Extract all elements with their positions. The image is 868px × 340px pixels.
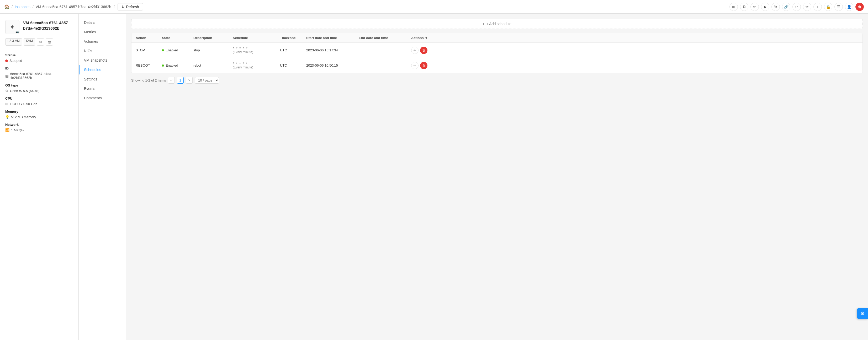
camera-icon[interactable]: 📷 bbox=[16, 30, 19, 33]
row2-schedule: * * * * * (Every minute) bbox=[233, 62, 280, 69]
home-icon[interactable]: 🏠 bbox=[4, 4, 9, 9]
main-content: + + Add schedule Action State Descriptio… bbox=[126, 13, 868, 340]
table-row: REBOOT Enabled rebot * * * * * (Every mi… bbox=[131, 58, 863, 73]
nav-metrics[interactable]: Metrics bbox=[79, 27, 126, 37]
pagination-page-1[interactable]: 1 bbox=[177, 77, 184, 83]
vm-header: ✦ 📷 VM-6eeca5ca-6761-4857-b7da-4e2fd3136… bbox=[5, 20, 73, 34]
toolbar-user-icon[interactable]: 👤 bbox=[845, 3, 853, 11]
row2-state-dot bbox=[162, 65, 164, 67]
row1-action: STOP bbox=[136, 48, 162, 52]
memory-value: 512 MB memory bbox=[11, 115, 36, 119]
network-row: 📶 1 NIC(s) bbox=[5, 128, 73, 132]
row2-action: REBOOT bbox=[136, 63, 162, 67]
toolbar-copy-icon[interactable]: ⧉ bbox=[740, 3, 748, 11]
top-bar: 🏠 / Instances / VM-6eeca5ca-6761-4857-b7… bbox=[0, 0, 868, 13]
toolbar-link-icon[interactable]: 🔗 bbox=[782, 3, 790, 11]
pagination: Showing 1-2 of 2 items < 1 > 10 / page 2… bbox=[131, 77, 863, 83]
filter-icon[interactable]: ▼ bbox=[425, 36, 428, 40]
row1-actions: ✏ 🗑 bbox=[411, 47, 437, 54]
row2-delete-button[interactable]: 🗑 bbox=[420, 62, 428, 69]
row2-start-date: 2023-06-06 10:50:15 bbox=[306, 63, 359, 67]
side-nav: Details Metrics Volumes NICs VM snapshot… bbox=[79, 13, 126, 340]
row1-state: Enabled bbox=[162, 48, 193, 52]
status-section: Status Stopped bbox=[5, 53, 73, 63]
breadcrumb-separator-1: / bbox=[11, 5, 12, 9]
add-schedule-label: + Add schedule bbox=[486, 22, 512, 26]
col-schedule: Schedule bbox=[233, 36, 280, 40]
vm-logo: ✦ 📷 bbox=[5, 20, 20, 34]
toolbar-play-icon[interactable]: ▶ bbox=[761, 3, 769, 11]
settings-fab-icon: ⚙ bbox=[860, 311, 865, 316]
vm-id-breadcrumb: VM-6eeca5ca-6761-4857-b7da-4e2fd313662b bbox=[36, 5, 111, 9]
vm-logo-icon: ✦ bbox=[9, 23, 15, 31]
toolbar-list-icon[interactable]: ☰ bbox=[834, 3, 843, 11]
row1-edit-button[interactable]: ✏ bbox=[411, 47, 418, 54]
wifi-icon: 📶 bbox=[5, 128, 9, 132]
nav-vm-snapshots[interactable]: VM snapshots bbox=[79, 56, 126, 65]
pagination-prev[interactable]: < bbox=[168, 77, 175, 83]
row1-description: stop bbox=[193, 48, 233, 52]
col-start-date: Start date and time bbox=[306, 36, 359, 40]
memory-row: 💡 512 MB memory bbox=[5, 115, 73, 119]
os-row: ⚙ CentOS 5.5 (64-bit) bbox=[5, 89, 73, 93]
nav-nics[interactable]: NICs bbox=[79, 46, 126, 56]
instances-link[interactable]: Instances bbox=[15, 5, 30, 9]
col-description: Description bbox=[193, 36, 233, 40]
cpu-value: 1 CPU x 0.50 Ghz bbox=[10, 102, 37, 106]
add-schedule-button[interactable]: + + Add schedule bbox=[131, 19, 863, 29]
cpu-row: ⊞ 1 CPU x 0.50 Ghz bbox=[5, 102, 73, 106]
cpu-label: CPU bbox=[5, 97, 73, 100]
toolbar-refresh-icon[interactable]: ↻ bbox=[771, 3, 780, 11]
col-timezone: Timezone bbox=[280, 36, 306, 40]
refresh-icon: ↻ bbox=[122, 5, 125, 9]
nav-schedules[interactable]: Schedules bbox=[79, 65, 126, 74]
row1-timezone: UTC bbox=[280, 48, 306, 52]
gear-icon: ⚙ bbox=[5, 89, 8, 93]
breadcrumb-separator-2: / bbox=[33, 5, 34, 9]
toolbar-back-icon[interactable]: ↩ bbox=[793, 3, 801, 11]
row2-edit-button[interactable]: ✏ bbox=[411, 62, 418, 69]
vm-copy-icon[interactable]: ⧉ bbox=[37, 38, 44, 45]
table-header: Action State Description Schedule Timezo… bbox=[131, 33, 863, 43]
col-end-date: End date and time bbox=[359, 36, 411, 40]
toolbar-lock-icon[interactable]: 🔒 bbox=[824, 3, 832, 11]
status-value: Stopped bbox=[9, 59, 22, 63]
row1-start-date: 2023-06-06 16:17:34 bbox=[306, 48, 359, 52]
main-layout: ✦ 📷 VM-6eeca5ca-6761-4857-b7da-4e2fd3136… bbox=[0, 13, 868, 340]
col-action: Action bbox=[136, 36, 162, 40]
refresh-button[interactable]: ↻ Refresh bbox=[118, 3, 143, 10]
plus-icon: + bbox=[483, 22, 485, 26]
row2-stars: * * * * * bbox=[233, 62, 280, 66]
memory-section: Memory 💡 512 MB memory bbox=[5, 110, 73, 119]
settings-fab[interactable]: ⚙ bbox=[857, 308, 868, 319]
refresh-label: Refresh bbox=[126, 5, 139, 9]
per-page-select[interactable]: 10 / page 20 / page 50 / page bbox=[195, 77, 219, 83]
toolbar-right: ⊞ ⧉ ✏ ▶ ↻ 🔗 ↩ ✏ + 🔒 ☰ 👤 🗑 bbox=[730, 3, 864, 11]
pagination-showing: Showing 1-2 of 2 items bbox=[131, 78, 166, 82]
help-icon[interactable]: ? bbox=[113, 5, 116, 9]
tag-i23vm: i-2-3-VM bbox=[5, 38, 22, 45]
row1-delete-button[interactable]: 🗑 bbox=[420, 47, 428, 54]
row2-state: Enabled bbox=[162, 63, 193, 67]
nav-details[interactable]: Details bbox=[79, 18, 126, 27]
toolbar-add-icon[interactable]: + bbox=[813, 3, 822, 11]
toolbar-pencil-icon[interactable]: ✏ bbox=[803, 3, 811, 11]
cpu-icon: ⊞ bbox=[5, 102, 8, 106]
stopped-dot bbox=[5, 60, 8, 62]
nav-events[interactable]: Events bbox=[79, 84, 126, 93]
nav-settings[interactable]: Settings bbox=[79, 74, 126, 84]
toolbar-grid-icon[interactable]: ⊞ bbox=[730, 3, 738, 11]
pagination-next[interactable]: > bbox=[186, 77, 193, 83]
toolbar-delete-icon[interactable]: 🗑 bbox=[856, 3, 864, 11]
vm-title-block: VM-6eeca5ca-6761-4857-b7da-4e2fd313662b bbox=[23, 20, 73, 31]
status-label: Status bbox=[5, 53, 73, 57]
row2-every: (Every minute) bbox=[233, 66, 280, 69]
network-value: 1 NIC(s) bbox=[11, 128, 24, 132]
toolbar-edit-icon[interactable]: ✏ bbox=[750, 3, 759, 11]
breadcrumb: 🏠 / Instances / VM-6eeca5ca-6761-4857-b7… bbox=[4, 3, 143, 10]
nav-comments[interactable]: Comments bbox=[79, 93, 126, 103]
memory-icon: 💡 bbox=[5, 115, 9, 119]
divider-1 bbox=[5, 50, 73, 50]
vm-trash-icon[interactable]: 🗑 bbox=[45, 38, 53, 45]
nav-volumes[interactable]: Volumes bbox=[79, 37, 126, 46]
